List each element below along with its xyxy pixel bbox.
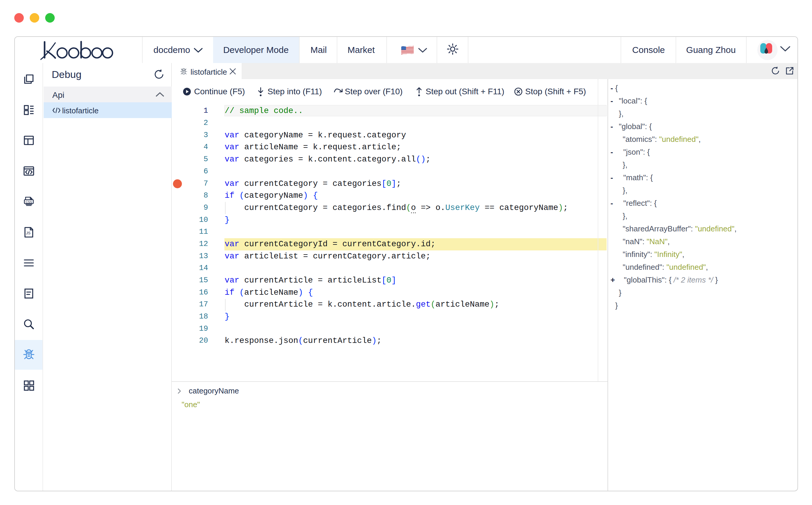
svg-text:CSS: CSS [26,200,32,204]
svg-text:JS: JS [26,231,31,235]
